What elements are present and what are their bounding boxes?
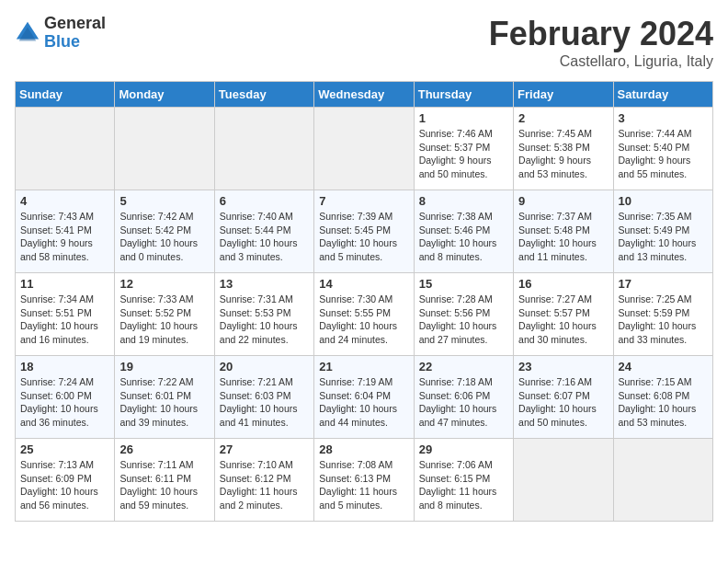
calendar-cell: 6Sunrise: 7:40 AMSunset: 5:44 PMDaylight… — [214, 190, 313, 273]
day-info: Sunrise: 7:31 AMSunset: 5:53 PMDaylight:… — [220, 293, 309, 347]
day-number: 21 — [319, 360, 408, 373]
calendar-cell — [613, 439, 712, 522]
day-info: Sunrise: 7:35 AMSunset: 5:49 PMDaylight:… — [619, 210, 708, 264]
logo: General Blue — [15, 15, 106, 52]
day-info: Sunrise: 7:18 AMSunset: 6:06 PMDaylight:… — [419, 375, 508, 430]
day-number: 17 — [619, 277, 708, 291]
day-info: Sunrise: 7:39 AMSunset: 5:45 PMDaylight:… — [319, 210, 408, 264]
day-info: Sunrise: 7:38 AMSunset: 5:46 PMDaylight:… — [419, 210, 508, 264]
day-number: 2 — [518, 111, 608, 125]
day-info: Sunrise: 7:22 AMSunset: 6:01 PMDaylight:… — [119, 375, 209, 430]
calendar-cell: 4Sunrise: 7:43 AMSunset: 5:41 PMDaylight… — [16, 190, 115, 273]
day-info: Sunrise: 7:46 AMSunset: 5:37 PMDaylight:… — [419, 127, 508, 181]
day-info: Sunrise: 7:16 AMSunset: 6:07 PMDaylight:… — [518, 375, 608, 430]
calendar-cell: 17Sunrise: 7:25 AMSunset: 5:59 PMDayligh… — [613, 273, 712, 356]
calendar-cell: 28Sunrise: 7:08 AMSunset: 6:13 PMDayligh… — [314, 439, 414, 522]
calendar-cell — [514, 439, 613, 522]
calendar-cell: 5Sunrise: 7:42 AMSunset: 5:42 PMDaylight… — [115, 190, 214, 273]
day-info: Sunrise: 7:19 AMSunset: 6:04 PMDaylight:… — [319, 375, 408, 430]
calendar-cell: 27Sunrise: 7:10 AMSunset: 6:12 PMDayligh… — [214, 439, 313, 522]
day-number: 20 — [220, 360, 309, 373]
day-number: 9 — [518, 194, 608, 208]
logo-general: General — [44, 15, 106, 33]
day-number: 26 — [119, 442, 209, 456]
day-header-monday: Monday — [115, 82, 214, 108]
day-number: 8 — [419, 194, 508, 208]
day-number: 28 — [319, 442, 408, 456]
calendar-cell: 7Sunrise: 7:39 AMSunset: 5:45 PMDaylight… — [314, 190, 414, 273]
day-number: 11 — [20, 277, 109, 291]
day-info: Sunrise: 7:27 AMSunset: 5:57 PMDaylight:… — [518, 293, 608, 347]
day-info: Sunrise: 7:30 AMSunset: 5:55 PMDaylight:… — [319, 293, 408, 347]
day-header-tuesday: Tuesday — [214, 82, 313, 108]
day-number: 27 — [220, 442, 309, 456]
calendar-cell — [314, 108, 414, 190]
day-header-friday: Friday — [514, 82, 613, 108]
calendar-cell: 15Sunrise: 7:28 AMSunset: 5:56 PMDayligh… — [414, 273, 513, 356]
calendar-cell: 23Sunrise: 7:16 AMSunset: 6:07 PMDayligh… — [514, 356, 613, 439]
day-number: 18 — [20, 360, 109, 373]
day-info: Sunrise: 7:06 AMSunset: 6:15 PMDaylight:… — [419, 458, 508, 512]
calendar-week-2: 4Sunrise: 7:43 AMSunset: 5:41 PMDaylight… — [16, 190, 713, 273]
location-title: Castellaro, Liguria, Italy — [489, 53, 713, 70]
calendar-cell — [214, 108, 313, 190]
day-number: 10 — [619, 194, 708, 208]
day-info: Sunrise: 7:21 AMSunset: 6:03 PMDaylight:… — [220, 375, 309, 430]
calendar-cell: 13Sunrise: 7:31 AMSunset: 5:53 PMDayligh… — [214, 273, 313, 356]
calendar-week-4: 18Sunrise: 7:24 AMSunset: 6:00 PMDayligh… — [16, 356, 713, 439]
day-info: Sunrise: 7:40 AMSunset: 5:44 PMDaylight:… — [220, 210, 309, 264]
day-info: Sunrise: 7:43 AMSunset: 5:41 PMDaylight:… — [20, 210, 109, 264]
calendar-cell: 25Sunrise: 7:13 AMSunset: 6:09 PMDayligh… — [16, 439, 115, 522]
calendar-cell — [16, 108, 115, 190]
calendar-body: 1Sunrise: 7:46 AMSunset: 5:37 PMDaylight… — [16, 108, 713, 522]
day-number: 16 — [518, 277, 608, 291]
calendar-cell: 18Sunrise: 7:24 AMSunset: 6:00 PMDayligh… — [16, 356, 115, 439]
calendar-cell — [115, 108, 214, 190]
calendar-cell: 22Sunrise: 7:18 AMSunset: 6:06 PMDayligh… — [414, 356, 513, 439]
day-header-saturday: Saturday — [613, 82, 712, 108]
calendar-week-1: 1Sunrise: 7:46 AMSunset: 5:37 PMDaylight… — [16, 108, 713, 190]
calendar-cell: 9Sunrise: 7:37 AMSunset: 5:48 PMDaylight… — [514, 190, 613, 273]
day-info: Sunrise: 7:13 AMSunset: 6:09 PMDaylight:… — [20, 458, 109, 512]
day-number: 12 — [119, 277, 209, 291]
logo-text: General Blue — [44, 15, 106, 52]
day-number: 25 — [20, 442, 109, 456]
day-number: 14 — [319, 277, 408, 291]
day-info: Sunrise: 7:42 AMSunset: 5:42 PMDaylight:… — [119, 210, 209, 264]
calendar-cell: 21Sunrise: 7:19 AMSunset: 6:04 PMDayligh… — [314, 356, 414, 439]
day-number: 4 — [20, 194, 109, 208]
logo-icon — [15, 20, 40, 46]
day-number: 6 — [220, 194, 309, 208]
calendar-cell: 20Sunrise: 7:21 AMSunset: 6:03 PMDayligh… — [214, 356, 313, 439]
day-number: 19 — [119, 360, 209, 373]
page-header: General Blue February 2024 Castellaro, L… — [15, 15, 713, 70]
calendar-cell: 11Sunrise: 7:34 AMSunset: 5:51 PMDayligh… — [16, 273, 115, 356]
day-info: Sunrise: 7:33 AMSunset: 5:52 PMDaylight:… — [119, 293, 209, 347]
day-info: Sunrise: 7:08 AMSunset: 6:13 PMDaylight:… — [319, 458, 408, 512]
day-header-thursday: Thursday — [414, 82, 513, 108]
calendar-cell: 1Sunrise: 7:46 AMSunset: 5:37 PMDaylight… — [414, 108, 513, 190]
day-number: 22 — [419, 360, 508, 373]
day-info: Sunrise: 7:25 AMSunset: 5:59 PMDaylight:… — [619, 293, 708, 347]
day-info: Sunrise: 7:44 AMSunset: 5:40 PMDaylight:… — [619, 127, 708, 181]
month-title: February 2024 — [489, 15, 713, 53]
day-number: 29 — [419, 442, 508, 456]
day-number: 1 — [419, 111, 508, 125]
day-number: 13 — [220, 277, 309, 291]
calendar-table: SundayMondayTuesdayWednesdayThursdayFrid… — [15, 81, 713, 522]
calendar-cell: 24Sunrise: 7:15 AMSunset: 6:08 PMDayligh… — [613, 356, 712, 439]
calendar-header-row: SundayMondayTuesdayWednesdayThursdayFrid… — [16, 82, 713, 108]
calendar-week-5: 25Sunrise: 7:13 AMSunset: 6:09 PMDayligh… — [16, 439, 713, 522]
calendar-cell: 16Sunrise: 7:27 AMSunset: 5:57 PMDayligh… — [514, 273, 613, 356]
day-number: 23 — [518, 360, 608, 373]
calendar-cell: 29Sunrise: 7:06 AMSunset: 6:15 PMDayligh… — [414, 439, 513, 522]
day-number: 24 — [619, 360, 708, 373]
day-info: Sunrise: 7:37 AMSunset: 5:48 PMDaylight:… — [518, 210, 608, 264]
title-block: February 2024 Castellaro, Liguria, Italy — [489, 15, 713, 70]
calendar-cell: 2Sunrise: 7:45 AMSunset: 5:38 PMDaylight… — [514, 108, 613, 190]
calendar-cell: 8Sunrise: 7:38 AMSunset: 5:46 PMDaylight… — [414, 190, 513, 273]
day-info: Sunrise: 7:24 AMSunset: 6:00 PMDaylight:… — [20, 375, 109, 430]
calendar-cell: 10Sunrise: 7:35 AMSunset: 5:49 PMDayligh… — [613, 190, 712, 273]
day-info: Sunrise: 7:34 AMSunset: 5:51 PMDaylight:… — [20, 293, 109, 347]
logo-blue: Blue — [44, 33, 106, 52]
